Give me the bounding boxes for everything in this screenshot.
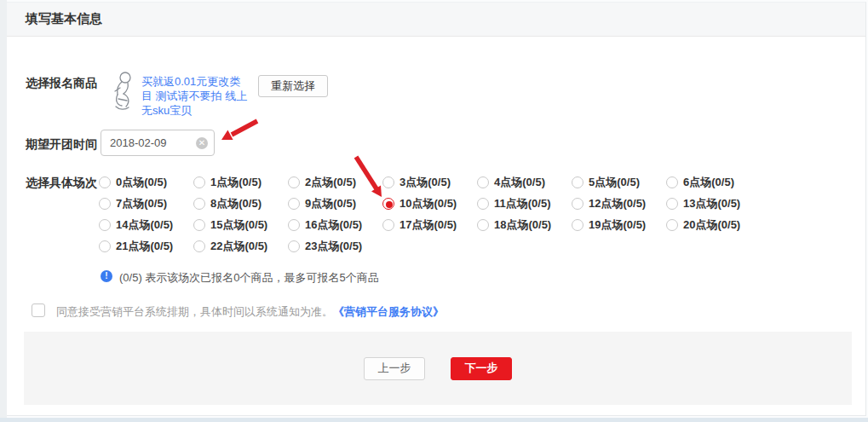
agreement-checkbox[interactable] [32, 303, 45, 317]
radio-icon [99, 198, 111, 210]
agreement-text-main: 同意接受营销平台系统排期，具体时间以系统通知为准。 [56, 305, 333, 318]
session-option-label: 0点场(0/5) [116, 175, 167, 190]
session-option-4[interactable]: 4点场(0/5) [477, 171, 572, 193]
agreement-link[interactable]: 《营销平台服务协议》 [333, 305, 444, 318]
session-option-16[interactable]: 16点场(0/5) [288, 214, 382, 235]
radio-icon [382, 176, 394, 188]
session-option-label: 2点场(0/5) [305, 175, 356, 190]
session-option-19[interactable]: 19点场(0/5) [572, 214, 666, 235]
clear-date-icon[interactable]: ✕ [196, 137, 208, 149]
page-bottom-strip [0, 418, 868, 422]
radio-icon [193, 219, 205, 231]
session-option-label: 13点场(0/5) [683, 196, 740, 211]
session-option-18[interactable]: 18点场(0/5) [477, 214, 572, 235]
session-option-5[interactable]: 5点场(0/5) [572, 171, 666, 193]
session-grid: 0点场(0/5)1点场(0/5)2点场(0/5)3点场(0/5)4点场(0/5)… [99, 171, 765, 257]
session-option-1[interactable]: 1点场(0/5) [193, 171, 288, 193]
page-title: 填写基本信息 [26, 11, 102, 27]
radio-icon [193, 176, 205, 188]
radio-icon [99, 240, 111, 252]
session-option-label: 18点场(0/5) [494, 217, 551, 233]
product-field-label: 选择报名商品 [26, 76, 97, 91]
radio-icon [572, 219, 583, 231]
red-arrow-date-icon [216, 117, 262, 147]
session-option-15[interactable]: 15点场(0/5) [193, 214, 288, 235]
reselect-button[interactable]: 重新选择 [258, 75, 328, 97]
page-left-gutter [0, 0, 7, 422]
radio-icon [99, 219, 111, 231]
radio-icon [572, 176, 583, 188]
form-card: 填写基本信息 选择报名商品 买就返0.01元更改类目 测试请不要拍 线上 无sk… [7, 2, 866, 416]
session-option-label: 3点场(0/5) [400, 175, 451, 190]
session-option-label: 6点场(0/5) [683, 175, 734, 190]
radio-icon [99, 176, 111, 188]
radio-icon [666, 219, 678, 231]
agreement-text: 同意接受营销平台系统排期，具体时间以系统通知为准。《营销平台服务协议》 [56, 304, 444, 320]
session-option-label: 21点场(0/5) [116, 239, 173, 254]
session-option-label: 12点场(0/5) [589, 196, 646, 211]
session-option-label: 19点场(0/5) [589, 217, 646, 233]
session-option-label: 15点场(0/5) [210, 217, 267, 233]
prev-step-button[interactable]: 上一步 [364, 357, 425, 380]
radio-icon [288, 176, 300, 188]
session-option-23[interactable]: 23点场(0/5) [288, 235, 382, 257]
session-option-label: 1点场(0/5) [210, 175, 262, 190]
session-option-label: 5点场(0/5) [589, 175, 640, 190]
session-option-label: 20点场(0/5) [683, 217, 740, 233]
session-option-label: 16点场(0/5) [305, 217, 362, 233]
session-option-label: 4点场(0/5) [494, 175, 545, 190]
radio-icon [666, 176, 678, 188]
session-option-10[interactable]: 10点场(0/5) [382, 193, 477, 214]
radio-icon [477, 219, 489, 231]
product-name-link[interactable]: 买就返0.01元更改类目 测试请不要拍 线上 无sku宝贝 [141, 74, 250, 118]
session-option-label: 23点场(0/5) [305, 239, 362, 254]
session-option-label: 14点场(0/5) [116, 217, 173, 233]
radio-icon [572, 198, 583, 210]
radio-icon [288, 198, 300, 210]
radio-icon [382, 219, 394, 231]
session-option-22[interactable]: 22点场(0/5) [193, 235, 288, 257]
session-option-17[interactable]: 17点场(0/5) [382, 214, 477, 235]
session-option-label: 11点场(0/5) [494, 196, 550, 211]
session-option-21[interactable]: 21点场(0/5) [99, 235, 193, 257]
session-option-label: 8点场(0/5) [210, 196, 262, 211]
session-option-14[interactable]: 14点场(0/5) [99, 214, 193, 235]
radio-icon [193, 198, 205, 210]
radio-icon [477, 198, 489, 210]
card-header: 填写基本信息 [7, 3, 865, 37]
session-option-0[interactable]: 0点场(0/5) [99, 171, 193, 193]
session-option-20[interactable]: 20点场(0/5) [666, 214, 761, 235]
session-note: (0/5) 表示该场次已报名0个商品，最多可报名5个商品 [119, 270, 379, 286]
radio-icon [193, 240, 205, 252]
radio-icon [288, 219, 300, 231]
session-option-9[interactable]: 9点场(0/5) [288, 193, 382, 214]
radio-selected-icon [382, 198, 394, 210]
session-option-label: 17点场(0/5) [400, 217, 457, 233]
open-time-field-label: 期望开团时间 [26, 137, 97, 153]
session-option-label: 9点场(0/5) [305, 196, 356, 211]
radio-icon [477, 176, 489, 188]
session-option-11[interactable]: 11点场(0/5) [477, 193, 572, 214]
session-option-13[interactable]: 13点场(0/5) [666, 193, 761, 214]
info-icon: ! [101, 270, 112, 282]
session-option-label: 10点场(0/5) [400, 196, 457, 211]
next-step-button[interactable]: 下一步 [451, 357, 512, 380]
session-option-8[interactable]: 8点场(0/5) [193, 193, 288, 214]
session-option-label: 22点场(0/5) [210, 239, 267, 254]
session-option-12[interactable]: 12点场(0/5) [572, 193, 666, 214]
session-option-7[interactable]: 7点场(0/5) [99, 193, 193, 214]
page: 填写基本信息 选择报名商品 买就返0.01元更改类目 测试请不要拍 线上 无sk… [0, 0, 868, 422]
session-option-2[interactable]: 2点场(0/5) [288, 171, 382, 193]
footer-panel: 上一步 下一步 [24, 332, 852, 405]
radio-icon [666, 198, 678, 210]
session-option-6[interactable]: 6点场(0/5) [666, 171, 761, 193]
session-option-label: 7点场(0/5) [116, 196, 167, 211]
radio-icon [288, 240, 300, 252]
session-option-3[interactable]: 3点场(0/5) [382, 171, 477, 193]
sessions-field-label: 选择具体场次 [26, 176, 97, 191]
open-time-input-wrap: ✕ [101, 130, 215, 156]
product-thumbnail-doodle-icon [108, 71, 139, 112]
